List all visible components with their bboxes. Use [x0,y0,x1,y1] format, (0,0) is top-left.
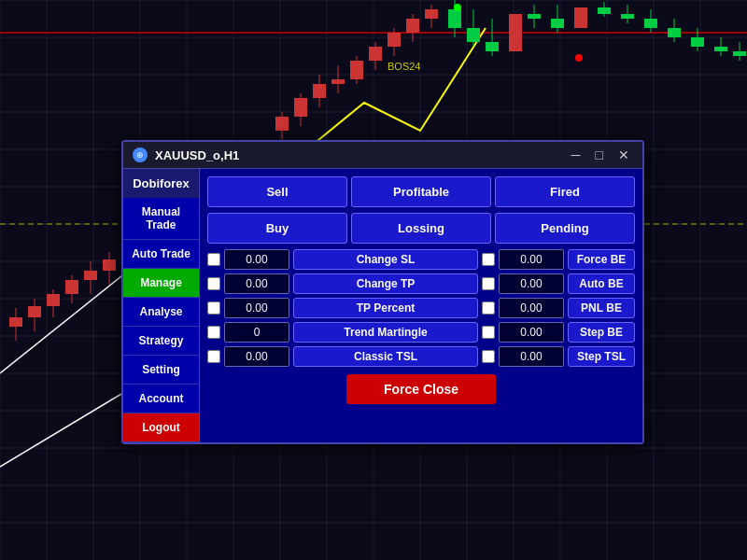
sidebar-strategy[interactable]: Strategy [123,327,199,356]
input-tsl-right[interactable] [499,346,564,367]
title-controls: ─ □ ✕ [568,148,633,161]
sidebar-setting[interactable]: Setting [123,356,199,385]
checkbox-tsl-right[interactable] [482,350,495,363]
checkbox-martingle-left[interactable] [207,326,220,339]
checkbox-tp-right[interactable] [482,277,495,290]
grid-row-3: Trend Martingle Step BE [207,322,635,343]
checkbox-tsl-left[interactable] [207,350,220,363]
input-martingle-right[interactable] [499,322,564,343]
sidebar-manage[interactable]: Manage [123,269,199,298]
sidebar-manual-trade[interactable]: Manual Trade [123,198,199,240]
step-tsl-button[interactable]: Step TSL [568,346,635,367]
sidebar-auto-trade[interactable]: Auto Trade [123,240,199,269]
title-bar: ⊕ XAUUSD_o,H1 ─ □ ✕ [123,142,642,169]
input-tsl-left[interactable] [224,346,289,367]
force-close-button[interactable]: Force Close [346,374,496,404]
main-content: Sell Profitable Fired Buy Lossing Pendin… [200,169,642,442]
input-tppct-right[interactable] [499,298,564,318]
grid-row-0: Change SL Force BE [207,249,635,270]
dialog-window: ⊕ XAUUSD_o,H1 ─ □ ✕ Dobiforex Manual Tra… [121,140,644,444]
maximize-button[interactable]: □ [592,148,607,161]
top-row: Sell Profitable Fired [207,176,635,207]
dialog-body: Dobiforex Manual Trade Auto Trade Manage… [123,169,642,442]
minimize-button[interactable]: ─ [568,148,585,161]
input-martingle-left[interactable] [224,322,289,343]
window-title: XAUUSD_o,H1 [155,148,239,162]
profitable-button[interactable]: Profitable [351,176,491,207]
pnl-be-button[interactable]: PNL BE [568,298,635,318]
sidebar-header: Dobiforex [123,169,199,198]
fired-button[interactable]: Fired [495,176,635,207]
input-tppct-left[interactable] [224,298,289,318]
pending-button[interactable]: Pending [495,213,635,244]
grid-section: Change SL Force BE Change TP Auto BE [207,249,635,367]
second-row: Buy Lossing Pending [207,213,635,244]
label-trend-martingle: Trend Martingle [293,322,478,343]
buy-button[interactable]: Buy [207,213,347,244]
checkbox-tp-left[interactable] [207,277,220,290]
input-sl-left[interactable] [224,249,289,270]
input-tp-left[interactable] [224,273,289,294]
sidebar-logout[interactable]: Logout [123,413,199,442]
grid-row-4: Classic TSL Step TSL [207,346,635,367]
sell-button[interactable]: Sell [207,176,347,207]
checkbox-tppct-left[interactable] [207,301,220,315]
label-tp-percent: TP Percent [293,298,478,318]
checkbox-martingle-right[interactable] [482,326,495,339]
sidebar-analyse[interactable]: Analyse [123,298,199,327]
grid-row-2: TP Percent PNL BE [207,298,635,318]
grid-row-1: Change TP Auto BE [207,273,635,294]
label-change-tp: Change TP [293,273,478,294]
sidebar-account[interactable]: Account [123,385,199,413]
input-tp-right[interactable] [499,273,564,294]
checkbox-sl-left[interactable] [207,253,220,266]
title-bar-left: ⊕ XAUUSD_o,H1 [133,147,239,162]
checkbox-sl-right[interactable] [482,253,495,266]
lossing-button[interactable]: Lossing [351,213,491,244]
force-be-button[interactable]: Force BE [568,249,635,270]
close-button[interactable]: ✕ [614,148,633,161]
label-classic-tsl: Classic TSL [293,346,478,367]
sidebar: Dobiforex Manual Trade Auto Trade Manage… [123,169,200,442]
checkbox-tppct-right[interactable] [482,301,495,315]
window-icon: ⊕ [133,147,148,162]
input-sl-right[interactable] [499,249,564,270]
step-be-button[interactable]: Step BE [568,322,635,343]
label-change-sl: Change SL [293,249,478,270]
auto-be-button[interactable]: Auto BE [568,273,635,294]
